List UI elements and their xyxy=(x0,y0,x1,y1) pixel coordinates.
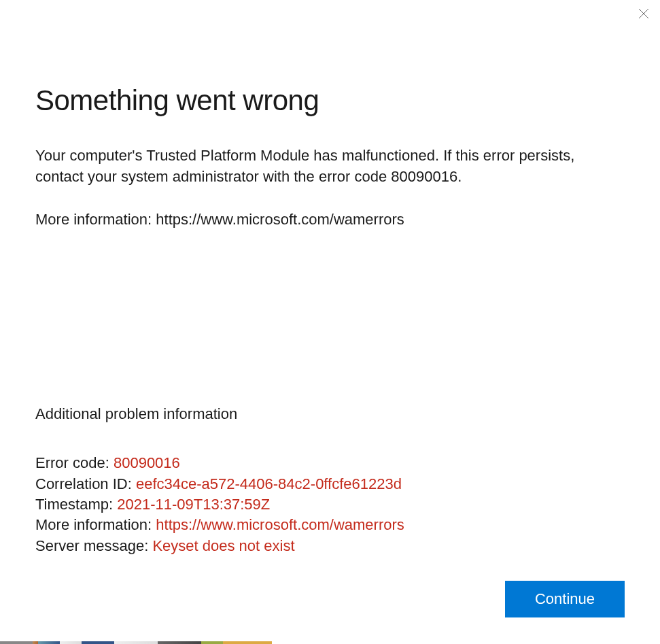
more-info-url: https://www.microsoft.com/wamerrors xyxy=(156,211,404,228)
error-code-value: 80090016 xyxy=(114,454,180,471)
continue-button[interactable]: Continue xyxy=(505,581,625,617)
more-info-line: More information: https://www.microsoft.… xyxy=(35,209,625,231)
timestamp-label: Timestamp: xyxy=(35,496,117,513)
more-info-label: More information: xyxy=(35,211,156,228)
error-code-label: Error code: xyxy=(35,454,114,471)
server-message-label: Server message: xyxy=(35,537,152,554)
correlation-id-row: Correlation ID: eefc34ce-a572-4406-84c2-… xyxy=(35,474,625,494)
correlation-id-value: eefc34ce-a572-4406-84c2-0ffcfe61223d xyxy=(136,475,402,492)
titlebar xyxy=(0,0,660,30)
error-code-row: Error code: 80090016 xyxy=(35,453,625,473)
error-details: Error code: 80090016 Correlation ID: eef… xyxy=(35,453,625,556)
correlation-id-label: Correlation ID: xyxy=(35,475,136,492)
error-description: Your computer's Trusted Platform Module … xyxy=(35,146,625,188)
detail-more-info-label: More information: xyxy=(35,516,156,533)
close-button[interactable] xyxy=(636,5,652,22)
dialog-content: Something went wrong Your computer's Tru… xyxy=(0,84,660,617)
close-icon xyxy=(638,8,649,19)
timestamp-value: 2021-11-09T13:37:59Z xyxy=(117,496,270,513)
error-heading: Something went wrong xyxy=(35,84,625,117)
additional-info-heading: Additional problem information xyxy=(35,405,625,423)
detail-more-info-value: https://www.microsoft.com/wamerrors xyxy=(156,516,404,533)
taskbar-fragment xyxy=(0,641,272,644)
timestamp-row: Timestamp: 2021-11-09T13:37:59Z xyxy=(35,494,625,515)
button-row: Continue xyxy=(35,581,625,617)
server-message-value: Keyset does not exist xyxy=(152,537,294,554)
server-message-row: Server message: Keyset does not exist xyxy=(35,536,625,556)
detail-more-info-row: More information: https://www.microsoft.… xyxy=(35,515,625,535)
